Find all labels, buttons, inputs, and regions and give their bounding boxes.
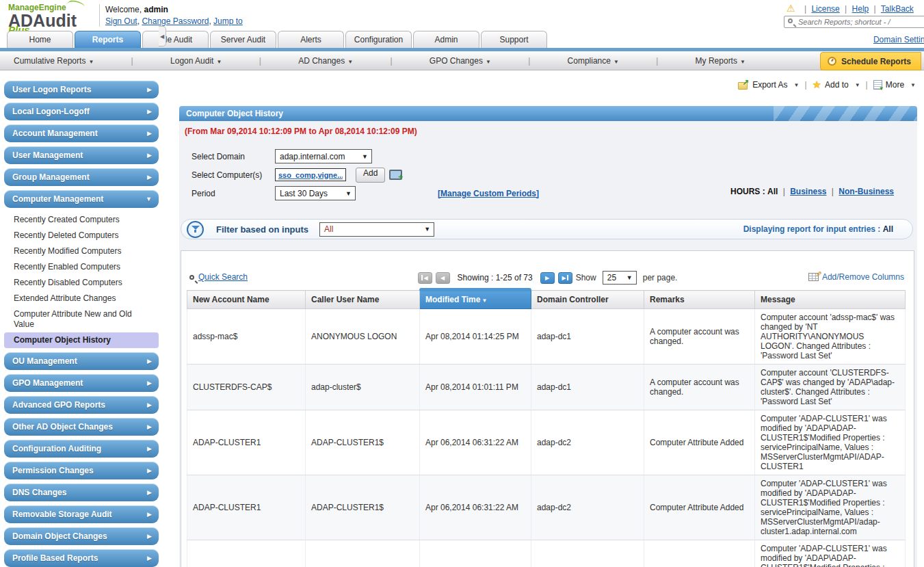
domain-select[interactable]: adap.internal.com ▼ [275, 149, 372, 163]
sidebar-section-ou-management[interactable]: OU Management▶ [4, 352, 159, 370]
subnav-logon-audit[interactable]: Logon Audit▼ [170, 56, 222, 66]
sign-out-link[interactable]: Sign Out [105, 16, 137, 26]
sidebar-section-configuration-auditing[interactable]: Configuration Auditing▶ [4, 440, 159, 458]
report-table-container: Quick Search ◀ ◀ Showing : 1-25 of 73 ▶ … [181, 250, 914, 567]
sidebar-item-extended-attribute-changes[interactable]: Extended Attribute Changes [4, 291, 159, 306]
tab-support[interactable]: Support [481, 31, 547, 48]
subnav-ad-changes[interactable]: AD Changes▼ [298, 56, 353, 66]
cell-new-account-name: ADAP-CLUSTER1 [187, 410, 306, 475]
domain-settings-link[interactable]: Domain Settings [873, 35, 924, 44]
export-as-button[interactable]: Export As ▼ [738, 80, 799, 90]
sidebar-section-other-ad-object-changes[interactable]: Other AD Object Changes▶ [4, 418, 159, 436]
cell-message: Computer 'ADAP-CLUSTER1' was modified by… [755, 410, 906, 475]
chevron-right-icon: ▶ [147, 467, 152, 474]
sidebar-section-local-logon-logoff[interactable]: Local Logon-Logoff▶ [4, 103, 159, 120]
tab-alerts[interactable]: Alerts [278, 31, 344, 48]
header-utility-links: ⚠ | License | Help | TalkBack [787, 3, 914, 14]
column-header-message[interactable]: Message [755, 291, 906, 309]
tab-admin[interactable]: Admin [413, 31, 479, 48]
welcome-text: Welcome, admin [105, 4, 243, 16]
sidebar-section-computer-management[interactable]: Computer Management▼ [4, 190, 159, 208]
sidebar-item-recently-created-computers[interactable]: Recently Created Computers [4, 212, 159, 228]
computers-value-box[interactable]: sso_comp,vigne... [275, 168, 346, 181]
tab-home[interactable]: Home [7, 31, 73, 48]
prev-page-button[interactable]: ◀ [436, 272, 450, 284]
cell-new-account-name: ADAP-CLUSTER1 [187, 475, 306, 540]
more-button[interactable]: More ▼ [873, 80, 916, 90]
report-actions: Export As ▼ | ★ Add to ▼ | More ▼ [738, 79, 916, 91]
chevron-down-icon: ▼ [345, 190, 352, 197]
sidebar-section-gpo-management[interactable]: GPO Management▶ [4, 374, 159, 392]
column-header-domain-controller[interactable]: Domain Controller [531, 291, 644, 309]
sidebar-item-recently-modified-computers[interactable]: Recently Modified Computers [4, 243, 159, 259]
cell-message: Computer 'ADAP-CLUSTER1' was modified by… [755, 540, 906, 567]
computer-management-submenu: Recently Created Computers Recently Dele… [4, 212, 164, 348]
add-remove-columns-button[interactable]: Add/Remove Columns [808, 272, 904, 282]
schedule-reports-button[interactable]: Schedule Reports [820, 52, 921, 70]
help-link[interactable]: Help [852, 4, 869, 14]
sidebar-section-account-management[interactable]: Account Management▶ [4, 124, 159, 142]
column-header-new-account-name[interactable]: New Account Name [187, 291, 306, 309]
chevron-down-icon: ▼ [347, 59, 353, 65]
tab-reports[interactable]: Reports [75, 31, 141, 48]
column-header-caller-user-name[interactable]: Caller User Name [306, 291, 420, 309]
add-button[interactable]: Add [356, 168, 385, 183]
period-select[interactable]: Last 30 Days ▼ [275, 186, 356, 200]
sidebar-section-removable-storage-audit[interactable]: Removable Storage Audit▶ [4, 505, 159, 523]
sidebar-item-recently-disabled-computers[interactable]: Recently Disabled Computers [4, 275, 159, 291]
sidebar-item-recently-deleted-computers[interactable]: Recently Deleted Computers [4, 228, 159, 243]
add-to-button[interactable]: ★ Add to ▼ [813, 79, 860, 91]
column-header-remarks[interactable]: Remarks [644, 291, 755, 309]
page-size-select[interactable]: 25 ▼ [603, 271, 637, 285]
license-link[interactable]: License [811, 4, 839, 14]
warning-icon[interactable]: ⚠ [787, 3, 795, 14]
manage-custom-periods-link[interactable]: [Manage Custom Periods] [438, 189, 539, 198]
sidebar-item-recently-enabled-computers[interactable]: Recently Enabled Computers [4, 259, 159, 275]
talkback-link[interactable]: TalkBack [881, 4, 914, 14]
sidebar-section-dns-changes[interactable]: DNS Changes▶ [4, 484, 159, 501]
sidebar-item-computer-object-history[interactable]: Computer Object History [4, 332, 159, 348]
quick-search-link[interactable]: Quick Search [189, 272, 248, 282]
hours-business-link[interactable]: Business [790, 187, 826, 196]
subnav-my-reports[interactable]: My Reports▼ [696, 56, 745, 66]
chevron-right-icon: ▶ [147, 152, 152, 159]
sidebar-section-user-logon-reports[interactable]: User Logon Reports▶ [4, 81, 159, 98]
last-page-button[interactable]: ▶ [558, 272, 572, 284]
column-header-modified-time[interactable]: Modified Time▼ [420, 291, 531, 309]
subnav-cumulative-reports[interactable]: Cumulative Reports▼ [14, 56, 94, 66]
hours-all[interactable]: All [767, 187, 778, 196]
subnav-compliance[interactable]: Compliance▼ [568, 56, 619, 66]
cell-new-account-name: adssp-mac$ [187, 309, 306, 365]
export-icon [738, 80, 749, 90]
change-password-link[interactable]: Change Password [142, 16, 209, 26]
sidebar-section-user-management[interactable]: User Management▶ [4, 146, 159, 164]
subnav-gpo-changes[interactable]: GPO Changes▼ [430, 56, 491, 66]
chevron-down-icon: ▼ [793, 82, 799, 88]
sidebar-section-profile-based-reports[interactable]: Profile Based Reports▶ [4, 549, 159, 567]
sidebar-item-computer-attribute-new-old-value[interactable]: Computer Attribute New and Old Value [4, 306, 159, 332]
main-content: Export As ▼ | ★ Add to ▼ | More ▼ Comput… [168, 70, 924, 567]
select-computers-label: Select Computer(s) [192, 170, 275, 180]
chevron-down-icon: ▼ [146, 196, 152, 202]
sidebar-section-group-management[interactable]: Group Management▶ [4, 168, 159, 186]
first-page-button[interactable]: ◀ [418, 272, 432, 284]
sidebar-section-permission-changes[interactable]: Permission Changes▶ [4, 462, 159, 479]
filter-select[interactable]: All ▼ [319, 222, 434, 237]
jump-to-link[interactable]: Jump to [213, 16, 243, 26]
next-page-button[interactable]: ▶ [540, 272, 555, 284]
sidebar-collapse-handle[interactable]: ◀ [159, 26, 166, 47]
search-input[interactable] [798, 17, 924, 27]
cell-modified-time: Apr 08,2014 01:14:25 PM [420, 309, 531, 365]
tab-configuration[interactable]: Configuration [345, 31, 412, 48]
cell-remarks: A computer account was changed. [644, 309, 755, 365]
cell-remarks: Computer Attribute Added [644, 410, 755, 475]
hours-nonbusiness-link[interactable]: Non-Business [839, 187, 894, 196]
sidebar-section-advanced-gpo-reports[interactable]: Advanced GPO Reports▶ [4, 396, 159, 414]
tab-server-audit[interactable]: Server Audit [210, 31, 276, 48]
chevron-down-icon: ▼ [855, 82, 860, 88]
sidebar-section-domain-object-changes[interactable]: Domain Object Changes▶ [4, 527, 159, 545]
add-computer-icon[interactable] [389, 170, 401, 180]
tab-file-audit[interactable]: File Audit [142, 31, 209, 48]
cell-remarks: Computer Attribute Added [644, 540, 755, 567]
report-table: New Account Name Caller User Name Modifi… [187, 290, 906, 567]
